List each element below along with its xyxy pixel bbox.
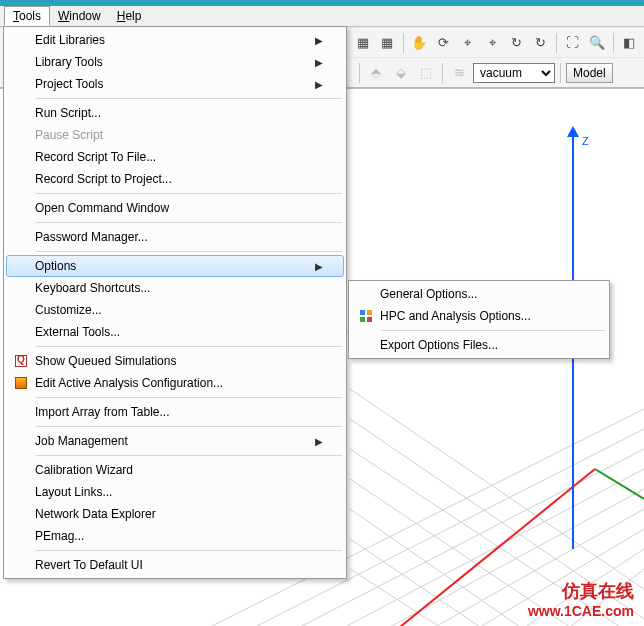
separator: [36, 455, 342, 456]
separator: [36, 98, 342, 99]
menu-item-customize[interactable]: Customize...: [6, 299, 344, 321]
menu-item-layout-links[interactable]: Layout Links...: [6, 481, 344, 503]
options-submenu: General Options... HPC and Analysis Opti…: [348, 280, 610, 359]
tool-icon[interactable]: ≋: [448, 62, 470, 84]
menu-item-revert-default-ui[interactable]: Revert To Default UI: [6, 554, 344, 576]
separator: [403, 33, 404, 53]
svg-line-9: [350, 389, 644, 589]
brand-footer: 仿真在线 www.1CAE.com: [528, 580, 634, 620]
menu-item-external-tools[interactable]: External Tools...: [6, 321, 344, 343]
rotate-icon[interactable]: ⟳: [433, 32, 454, 54]
brand-url: www.1CAE.com: [528, 603, 634, 621]
chevron-right-icon: ▶: [311, 436, 323, 447]
tool-icon[interactable]: ⬚: [415, 62, 437, 84]
menu-item-edit-active-analysis[interactable]: Edit Active Analysis Configuration...: [6, 372, 344, 394]
separator: [556, 33, 557, 53]
zoom-icon[interactable]: 🔍: [586, 32, 607, 54]
chevron-right-icon: ▶: [311, 79, 323, 90]
separator: [442, 63, 443, 83]
chevron-right-icon: ▶: [311, 261, 323, 272]
menu-item-show-queued[interactable]: Show Queued Simulations: [6, 350, 344, 372]
tools-dropdown: Edit Libraries▶ Library Tools▶ Project T…: [3, 26, 347, 579]
menu-item-network-data-explorer[interactable]: Network Data Explorer: [6, 503, 344, 525]
menu-item-edit-libraries[interactable]: Edit Libraries▶: [6, 29, 344, 51]
menu-item-keyboard-shortcuts[interactable]: Keyboard Shortcuts...: [6, 277, 344, 299]
menu-item-record-script-project[interactable]: Record Script to Project...: [6, 168, 344, 190]
orbit-icon[interactable]: ⌖: [457, 32, 478, 54]
chevron-right-icon: ▶: [311, 35, 323, 46]
menu-item-hpc-analysis-options[interactable]: HPC and Analysis Options...: [351, 305, 607, 327]
menu-item-import-array[interactable]: Import Array from Table...: [6, 401, 344, 423]
menu-item-pause-script: Pause Script: [6, 124, 344, 146]
menu-tools[interactable]: Tools: [4, 6, 50, 26]
grid-icon[interactable]: ▦: [376, 32, 397, 54]
separator: [359, 63, 360, 83]
refresh-icon[interactable]: ↻: [506, 32, 527, 54]
separator: [381, 330, 605, 331]
menu-bar: Tools Window Help: [0, 6, 644, 27]
hpc-icon: [360, 310, 372, 322]
menu-item-general-options[interactable]: General Options...: [351, 283, 607, 305]
brand-cn: 仿真在线: [528, 580, 634, 603]
separator: [36, 193, 342, 194]
view-icon[interactable]: ◧: [619, 32, 640, 54]
grid-icon[interactable]: ▦: [352, 32, 373, 54]
menu-item-options[interactable]: Options▶: [6, 255, 344, 277]
orbit-icon[interactable]: ⌖: [481, 32, 502, 54]
menu-item-password-manager[interactable]: Password Manager...: [6, 226, 344, 248]
queue-icon: [15, 355, 27, 367]
material-select[interactable]: vacuum: [473, 63, 555, 83]
model-button[interactable]: Model: [566, 63, 613, 83]
separator: [36, 346, 342, 347]
pan-icon[interactable]: ✋: [409, 32, 430, 54]
separator: [560, 63, 561, 83]
menu-item-project-tools[interactable]: Project Tools▶: [6, 73, 344, 95]
zoom-extents-icon[interactable]: ⛶: [562, 32, 583, 54]
refresh-icon[interactable]: ↻: [530, 32, 551, 54]
menu-item-pemag[interactable]: PEmag...: [6, 525, 344, 547]
separator: [36, 550, 342, 551]
separator: [36, 222, 342, 223]
menu-help[interactable]: Help: [109, 7, 150, 25]
tool-icon[interactable]: ⬘: [365, 62, 387, 84]
separator: [36, 251, 342, 252]
menu-item-job-management[interactable]: Job Management▶: [6, 430, 344, 452]
separator: [613, 33, 614, 53]
menu-item-calibration-wizard[interactable]: Calibration Wizard: [6, 459, 344, 481]
menu-item-export-options-files[interactable]: Export Options Files...: [351, 334, 607, 356]
tool-icon[interactable]: ⬙: [390, 62, 412, 84]
menu-item-run-script[interactable]: Run Script...: [6, 102, 344, 124]
menu-item-library-tools[interactable]: Library Tools▶: [6, 51, 344, 73]
config-icon: [15, 377, 27, 389]
menu-window[interactable]: Window: [50, 7, 109, 25]
svg-line-17: [595, 469, 644, 499]
menu-item-record-script-file[interactable]: Record Script To File...: [6, 146, 344, 168]
separator: [36, 397, 342, 398]
z-axis-label: Z: [582, 135, 589, 147]
chevron-right-icon: ▶: [311, 57, 323, 68]
separator: [36, 426, 342, 427]
menu-item-open-command-window[interactable]: Open Command Window: [6, 197, 344, 219]
